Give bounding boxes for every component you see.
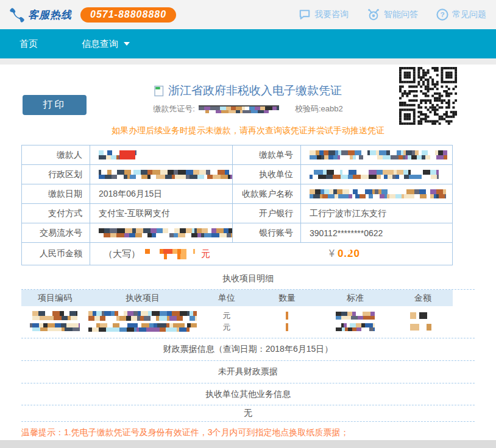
chevron-down-icon [124, 42, 130, 49]
payee-account-label: 收款账户名称 [233, 184, 301, 203]
document-icon [154, 85, 164, 97]
detail-table: 项目编码 执收项目 单位 数量 标准 金额 元 元 [21, 289, 475, 338]
hotline-label: 客服热线 [28, 8, 72, 22]
voucher-no-label: 缴款凭证号: [153, 103, 195, 114]
hotline-number: 0571-88808880 [80, 7, 176, 23]
invoice-info-row: 财政票据信息（查询日期：2018年6月15日） [21, 338, 475, 360]
amount-label: 人民币金额 [22, 243, 90, 265]
redacted-value [310, 170, 439, 179]
print-button[interactable]: 打印 [23, 95, 87, 115]
main-nav: 首页 信息查询 [0, 29, 496, 58]
voucher-header: 打印 浙江省政府非税收入电子缴款凭证 缴款凭证号: 校验码:eabb2 [0, 65, 496, 125]
table-row: 支付方式 支付宝-互联网支付 开户银行 工行宁波市江东支行 [22, 204, 452, 223]
hotline-group: 客服热线 0571-88808880 [9, 7, 176, 23]
region-value [90, 165, 233, 184]
invoice-status-row: 未开具财政票据 [21, 360, 475, 383]
table-row: 人民币金额 （大写） 元 ¥ 0.20 [22, 243, 452, 265]
payee-account-value [301, 184, 452, 203]
redacted-value [88, 323, 197, 332]
region-label: 行政区划 [22, 165, 90, 184]
redacted-amount-caps [145, 249, 195, 259]
content: 打印 浙江省政府非税收入电子缴款凭证 缴款凭证号: 校验码:eabb2 如果办理… [0, 65, 496, 438]
agency-label: 执收单位 [233, 165, 301, 184]
top-header: 客服热线 0571-88808880 我要咨询 智能问答 [0, 0, 496, 29]
pay-method-value: 支付宝-互联网支付 [90, 204, 233, 223]
bill-no-label: 缴款单号 [233, 145, 301, 164]
redacted-quantity [286, 312, 288, 320]
detail-section-title: 执收项目明细 [0, 273, 496, 284]
page-title: 浙江省政府非税收入电子缴款凭证 [168, 83, 342, 99]
divider-strip [0, 58, 496, 65]
bank-account-value: 390112********0622 [301, 223, 452, 242]
col-amount: 金额 [393, 293, 453, 304]
redacted-value [99, 170, 232, 179]
redacted-voucher-no [199, 105, 279, 113]
table-row: 元 [21, 310, 453, 321]
txn-no-label: 交易流水号 [22, 223, 90, 242]
top-links: 我要咨询 智能问答 ? 常见问题 [299, 9, 486, 21]
faq-link-label: 常见问题 [452, 9, 486, 20]
pay-date-label: 缴款日期 [22, 184, 90, 203]
phone-icon [9, 7, 25, 23]
check-code: 校验码:eabb2 [295, 103, 343, 114]
tip-text: 温馨提示：1.凭电子缴款凭证号及身份有效证件，3个月内可到指定地点换取纸质票据； [21, 427, 496, 438]
redacted-value [30, 323, 80, 331]
consult-link[interactable]: 我要咨询 [299, 9, 349, 20]
table-row: 缴款人 缴款单号 [22, 145, 452, 165]
amount-caps-prefix: （大写） [104, 248, 140, 260]
col-unit: 单位 [197, 293, 257, 304]
bill-no-value [301, 145, 452, 164]
info-sections: 财政票据信息（查询日期：2018年6月15日） 未开具财政票据 执收单位其他业务… [21, 338, 475, 422]
redacted-value [410, 312, 436, 319]
detail-table-header: 项目编码 执收项目 单位 数量 标准 金额 [21, 290, 453, 306]
nav-info-query[interactable]: 信息查询 [82, 38, 130, 50]
col-quantity: 数量 [257, 293, 317, 304]
txn-no-value [90, 223, 233, 242]
redacted-value [88, 311, 197, 321]
pay-date-value: 2018年06月15日 [90, 184, 233, 203]
chat-icon [299, 9, 311, 20]
question-icon: ? [436, 9, 448, 21]
amount-group: ¥ 0.20 [329, 243, 360, 265]
amount-unit: 元 [201, 248, 210, 260]
qr-code [399, 67, 457, 125]
redacted-value [99, 228, 232, 237]
smart-qa-link[interactable]: 智能问答 [367, 9, 418, 21]
payment-info-table: 缴款人 缴款单号 行政区划 执收单位 缴款日期 2018年06月15日 收款账户… [21, 145, 453, 265]
consult-link-label: 我要咨询 [314, 9, 349, 20]
svg-text:?: ? [440, 10, 444, 19]
agency-value [301, 165, 452, 184]
payer-label: 缴款人 [22, 145, 90, 164]
smart-qa-link-label: 智能问答 [384, 9, 418, 20]
table-row: 交易流水号 银行账号 390112********0622 [22, 223, 452, 243]
bank-value: 工行宁波市江东支行 [301, 204, 452, 223]
redacted-value [310, 189, 446, 198]
unit-value: 元 [197, 310, 257, 321]
amount-cell: （大写） 元 ¥ 0.20 [90, 243, 452, 265]
bank-account-label: 银行账号 [233, 223, 301, 242]
currency-symbol: ¥ [329, 248, 335, 259]
payer-value [90, 145, 233, 164]
nav-home[interactable]: 首页 [19, 38, 38, 50]
section-divider [21, 421, 475, 422]
redacted-quantity [286, 323, 288, 331]
nav-info-query-label: 信息查询 [82, 38, 118, 50]
col-standard: 标准 [317, 293, 393, 304]
redacted-value [336, 323, 375, 331]
bank-label: 开户银行 [233, 204, 301, 223]
redacted-value [310, 150, 447, 159]
col-item-name: 执收项目 [88, 293, 197, 304]
faq-link[interactable]: ? 常见问题 [436, 9, 486, 21]
redacted-value [99, 150, 136, 159]
col-item-code: 项目编码 [21, 293, 88, 304]
nav-home-label: 首页 [19, 38, 38, 50]
table-row: 元 [21, 321, 453, 333]
table-row: 缴款日期 2018年06月15日 收款账户名称 [22, 184, 452, 204]
redacted-value [336, 312, 375, 320]
other-info-title-row: 执收单位其他业务信息 [21, 383, 475, 405]
redacted-value [410, 324, 436, 331]
pay-method-label: 支付方式 [22, 204, 90, 223]
amount-value: 0.20 [338, 248, 360, 260]
redacted-value [32, 311, 77, 320]
table-row: 行政区划 执收单位 [22, 165, 452, 184]
